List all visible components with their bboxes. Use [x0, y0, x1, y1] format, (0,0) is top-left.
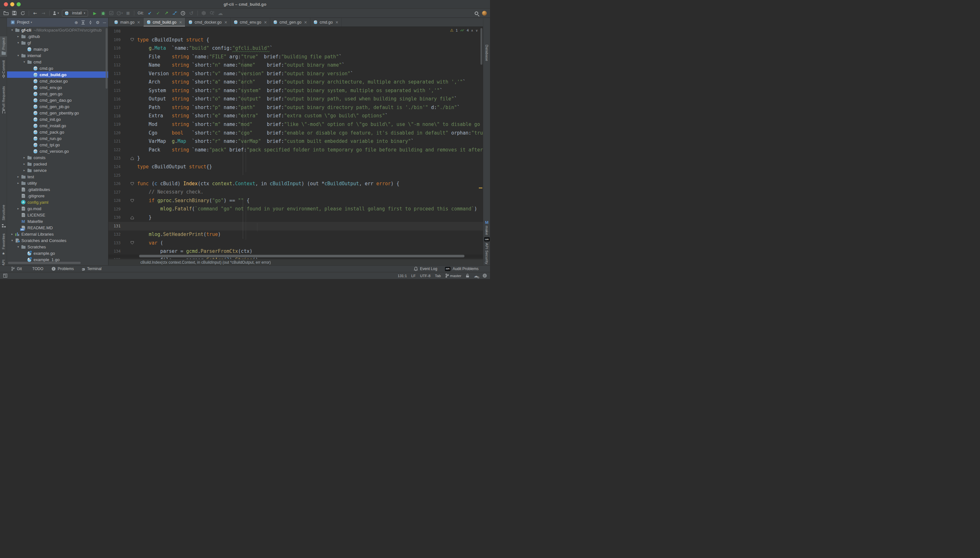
- tree-item-LICENSE[interactable]: LICENSE: [7, 212, 108, 218]
- code-line-120[interactable]: 120 Cgo bool `short:"c" name:"cgo" brief…: [109, 129, 483, 138]
- tree-item-consts[interactable]: ▸consts: [7, 154, 108, 161]
- code-line-116[interactable]: 116 Output string `short:"o" name:"outpu…: [109, 95, 483, 103]
- line-number[interactable]: 118: [109, 114, 121, 118]
- code-line-126[interactable]: 126func (c cBuild) Index(ctx context.Con…: [109, 179, 483, 188]
- editor-tab-cmd_docker.go[interactable]: cmd_docker.go×: [185, 18, 231, 26]
- sync-icon[interactable]: [19, 10, 26, 16]
- next-problem-icon[interactable]: ∨: [476, 29, 478, 32]
- chevron-collapsed-icon[interactable]: ▸: [16, 35, 21, 38]
- line-number[interactable]: 114: [109, 80, 121, 84]
- editor-tab-cmd_env.go[interactable]: cmd_env.go×: [231, 18, 270, 26]
- fold-close-icon[interactable]: [121, 157, 137, 160]
- inspection-widget[interactable]: ⚠ 1 ✓✓ 4 ∧ ∨: [450, 28, 478, 33]
- fold-close-icon[interactable]: [121, 216, 137, 219]
- line-number[interactable]: 115: [109, 88, 121, 93]
- make-icon[interactable]: M: [483, 220, 490, 225]
- chevron-collapsed-icon[interactable]: ▸: [10, 233, 15, 236]
- close-icon[interactable]: ×: [335, 20, 339, 25]
- tree-item-cmd[interactable]: ▾cmd: [7, 59, 108, 65]
- run-configuration-select[interactable]: install ▾: [62, 10, 88, 16]
- shelve-icon[interactable]: [201, 10, 207, 16]
- tree-item-cmd_run.go[interactable]: cmd_run.go: [7, 135, 108, 141]
- editor-tab-main.go[interactable]: main.go×: [111, 18, 143, 26]
- line-number[interactable]: 128: [109, 199, 121, 203]
- chevron-expanded-icon[interactable]: ▾: [16, 245, 21, 248]
- code-line-119[interactable]: 119 Mod string `short:"m" name:"mod" bri…: [109, 120, 483, 129]
- line-number[interactable]: 125: [109, 173, 121, 177]
- chevron-collapsed-icon[interactable]: ▸: [16, 181, 21, 185]
- breadcrumb[interactable]: cBuild.Index(ctx context.Context, in cBu…: [109, 259, 483, 265]
- line-number[interactable]: 110: [109, 46, 121, 50]
- fold-open-icon[interactable]: [121, 199, 137, 202]
- ide-status-orb-icon[interactable]: [482, 11, 487, 16]
- tree-item-.github[interactable]: ▸.github: [7, 33, 108, 39]
- project-view-selector[interactable]: Project: [17, 20, 30, 25]
- git-merge-icon[interactable]: [171, 10, 178, 16]
- tool-button-project[interactable]: Project: [0, 38, 7, 50]
- tree-item-utility[interactable]: ▸utility: [7, 180, 108, 186]
- line-number[interactable]: 129: [109, 207, 121, 212]
- line-number[interactable]: 119: [109, 122, 121, 126]
- tree-item-packed[interactable]: ▸packed: [7, 161, 108, 167]
- tree-item-config.yaml[interactable]: Aconfig.yaml: [7, 199, 108, 205]
- code-line-133[interactable]: 133 var (: [109, 239, 483, 248]
- chevron-expanded-icon[interactable]: ▾: [10, 239, 15, 242]
- code-line-108[interactable]: 108: [109, 27, 483, 36]
- line-number[interactable]: 113: [109, 71, 121, 76]
- chevron-expanded-icon[interactable]: ▾: [22, 60, 27, 64]
- gear-icon[interactable]: ⚙: [96, 20, 100, 25]
- commit-icon[interactable]: [0, 74, 7, 78]
- chevron-collapsed-icon[interactable]: ▸: [22, 169, 27, 172]
- line-number[interactable]: 132: [109, 232, 121, 236]
- code-line-109[interactable]: 109type cBuildInput struct {: [109, 36, 483, 44]
- tree-item-service[interactable]: ▸service: [7, 167, 108, 174]
- tree-item-.gitattributes[interactable]: .gitattributes: [7, 186, 108, 193]
- tree-item-cmd_docker.go[interactable]: cmd_docker.go: [7, 78, 108, 84]
- chevron-expanded-icon[interactable]: ▾: [16, 41, 21, 44]
- profiler-icon[interactable]: ▾: [116, 10, 123, 16]
- tree-item-cmd_gen_pb.go[interactable]: cmd_gen_pb.go: [7, 103, 108, 110]
- line-number[interactable]: 134: [109, 249, 121, 253]
- line-number[interactable]: 124: [109, 164, 121, 169]
- tree-item-External Libraries[interactable]: ▸External Libraries: [7, 231, 108, 237]
- fold-open-icon[interactable]: [121, 241, 137, 245]
- toolwindow-button-todo[interactable]: TODO: [30, 267, 43, 271]
- toolwindow-button-event-log[interactable]: Event Log: [414, 267, 437, 271]
- api-security-audit-icon[interactable]: /API: [483, 237, 490, 241]
- error-stripe-warning-mark[interactable]: [479, 187, 482, 189]
- code-line-131[interactable]: 131: [109, 222, 483, 231]
- tree-item-cmd_env.go[interactable]: cmd_env.go: [7, 84, 108, 90]
- tool-button-database[interactable]: Database: [483, 44, 490, 61]
- stop-button[interactable]: ■: [124, 10, 132, 16]
- tree-item-internal[interactable]: ▾internal: [7, 52, 108, 59]
- search-everywhere-icon[interactable]: [475, 11, 478, 15]
- tree-item-gf[interactable]: ▾gf: [7, 39, 108, 46]
- tree-item-Scratches and Consoles[interactable]: ▾Scratches and Consoles: [7, 237, 108, 244]
- line-number[interactable]: 108: [109, 29, 121, 33]
- chevron-collapsed-icon[interactable]: ▸: [22, 162, 27, 166]
- save-icon[interactable]: [11, 10, 18, 16]
- code-line-121[interactable]: 121 VarMap g.Map `short:"r" name:"varMap…: [109, 137, 483, 146]
- code-line-124[interactable]: 124type cBuildOutput struct{}: [109, 162, 483, 171]
- line-number[interactable]: 130: [109, 215, 121, 220]
- indent-indicator[interactable]: Tab: [435, 274, 441, 278]
- git-update-icon[interactable]: ↙: [146, 10, 153, 16]
- line-number[interactable]: 112: [109, 63, 121, 67]
- chevron-down-icon[interactable]: ▾: [31, 21, 32, 24]
- line-number[interactable]: 131: [109, 224, 121, 228]
- close-icon[interactable]: ×: [224, 20, 227, 25]
- code-line-127[interactable]: 127 // Necessary check.: [109, 188, 483, 197]
- code-line-115[interactable]: 115 System string `short:"s" name:"syste…: [109, 86, 483, 95]
- editor-tab-cmd.go[interactable]: cmd.go×: [311, 18, 342, 26]
- collapse-all-icon[interactable]: [88, 20, 92, 25]
- tree-item-gf-cli[interactable]: ▾gf-cli~/Workspace/Go/GOPATH/src/github: [7, 27, 108, 33]
- toolwindow-button-audit-problems[interactable]: /APIAudit Problems: [445, 267, 478, 271]
- chevron-collapsed-icon[interactable]: ▸: [22, 156, 27, 159]
- tree-item-README.MD[interactable]: MDREADME.MD: [7, 225, 108, 231]
- line-number[interactable]: 109: [109, 38, 121, 42]
- line-number[interactable]: 116: [109, 97, 121, 102]
- tree-item-cmd_tpl.go[interactable]: cmd_tpl.go: [7, 141, 108, 148]
- line-number[interactable]: 127: [109, 190, 121, 195]
- toolwindow-button-git[interactable]: Git: [11, 267, 22, 271]
- editor-horizontal-scrollbar-thumb[interactable]: [139, 255, 464, 257]
